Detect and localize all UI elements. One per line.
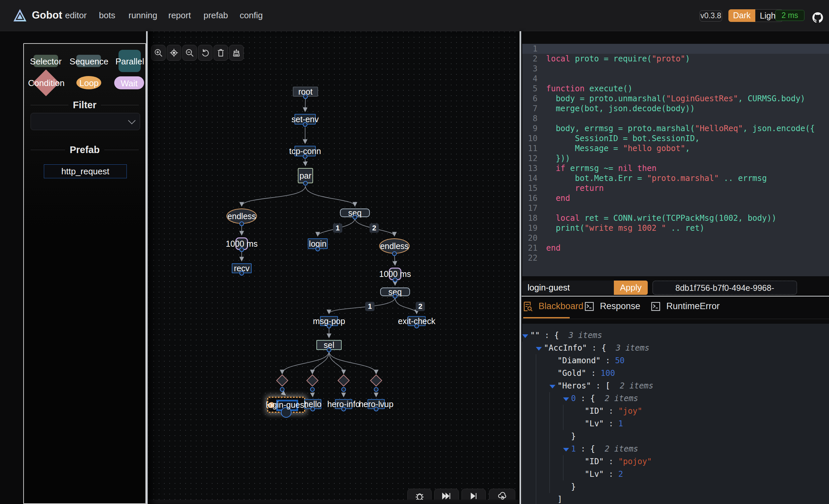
tree-node-login-guest-selected[interactable]: login-guest	[267, 397, 305, 413]
palette-selector[interactable]	[34, 55, 58, 67]
node-port[interactable]	[303, 181, 308, 186]
tree-edges	[148, 31, 519, 504]
node-port[interactable]	[341, 407, 346, 411]
node-port[interactable]	[374, 387, 379, 392]
tree-node-recv[interactable]: recv	[232, 263, 252, 273]
collapse-caret-icon[interactable]	[549, 385, 555, 389]
nav-item-config[interactable]: config	[240, 10, 263, 21]
tree-node-par[interactable]: par	[298, 168, 313, 183]
theme-toggle: Dark Light	[728, 9, 783, 22]
node-port[interactable]	[303, 94, 308, 99]
tab-blackboard[interactable]: Blackboard	[523, 301, 583, 312]
node-port[interactable]	[315, 247, 320, 251]
line-number: 6	[522, 94, 538, 104]
reset-rotate-button[interactable]	[198, 45, 213, 61]
node-port[interactable]	[392, 251, 397, 256]
tree-node-condition-2[interactable]	[307, 374, 319, 387]
nav-item-editor[interactable]: editor	[65, 10, 87, 21]
behavior-tree-canvas[interactable]: 1 2 1 2 root set-env tcp-conn par endles…	[148, 31, 519, 504]
node-port[interactable]	[303, 154, 308, 159]
collapse-caret-icon[interactable]	[563, 448, 569, 452]
right-splitter[interactable]	[519, 31, 521, 504]
github-icon[interactable]	[813, 12, 823, 23]
collapse-caret-icon[interactable]	[536, 347, 542, 351]
tree-node-condition-1[interactable]	[276, 374, 289, 387]
node-port[interactable]	[239, 271, 244, 276]
apply-button[interactable]: Apply	[614, 281, 648, 295]
node-port[interactable]	[393, 278, 397, 282]
tree-node-hero-info[interactable]: hero-info	[335, 399, 352, 409]
json-tree-row: 0 : { 2 items	[522, 392, 829, 405]
tree-node-sel[interactable]: sel	[316, 340, 341, 350]
canvas-horizontal-scrollbar[interactable]	[148, 500, 519, 504]
zoom-in-button[interactable]	[151, 45, 166, 61]
node-palette-panel: Selector Sequence Parallel Condition Loo…	[23, 43, 146, 504]
center-locate-button[interactable]	[167, 45, 181, 61]
node-port[interactable]	[341, 387, 346, 392]
palette-condition[interactable]	[33, 69, 60, 96]
tab-response[interactable]: Response	[585, 301, 641, 312]
code-line: 1	[522, 44, 829, 54]
tree-node-hello[interactable]: hello	[304, 399, 321, 409]
tree-node-seq-2[interactable]: seq	[380, 288, 410, 296]
node-port[interactable]	[327, 324, 331, 328]
node-port[interactable]	[393, 294, 397, 298]
palette-parallel[interactable]	[118, 50, 141, 72]
tree-node-wait-2[interactable]: 1000 ms	[389, 267, 401, 280]
tree-node-hero-lvup[interactable]: hero-lvup	[367, 399, 385, 409]
lua-code-editor[interactable]: 12local proto = require("proto")345funct…	[522, 44, 829, 276]
prefab-item-http-request[interactable]: http_request	[44, 164, 127, 178]
nav-item-running[interactable]: running	[129, 10, 157, 21]
line-number: 4	[522, 74, 538, 84]
tree-node-tcp-conn[interactable]: tcp-conn	[294, 146, 316, 156]
zoom-out-button[interactable]	[182, 45, 197, 61]
nav-item-report[interactable]: report	[168, 10, 191, 21]
line-number: 2	[522, 54, 538, 64]
json-tree-row: ]	[522, 493, 829, 504]
line-number: 9	[522, 123, 538, 134]
tree-node-condition-3[interactable]	[338, 374, 350, 387]
palette-loop[interactable]	[76, 76, 101, 89]
node-port[interactable]	[311, 407, 315, 411]
line-number: 12	[522, 153, 538, 164]
palette-wait[interactable]	[114, 76, 144, 89]
node-port[interactable]	[374, 407, 379, 411]
left-splitter[interactable]	[146, 31, 148, 504]
nav-item-prefab[interactable]: prefab	[204, 10, 228, 21]
node-port[interactable]	[239, 221, 244, 226]
tree-node-wait-1[interactable]: 1000 ms	[236, 238, 248, 250]
code-line: 5function execute()	[522, 84, 829, 94]
tree-node-login[interactable]: login	[308, 239, 328, 249]
json-tree-row: "Lv" : 1	[522, 417, 829, 430]
collapse-caret-icon[interactable]	[522, 334, 528, 338]
tree-node-endless-1[interactable]: endless	[226, 209, 257, 224]
version-badge: v0.3.8	[699, 10, 722, 22]
tree-node-seq-1[interactable]: seq	[340, 209, 370, 217]
nav-item-bots[interactable]: bots	[99, 10, 115, 21]
node-name-input[interactable]	[522, 281, 614, 295]
tab-runtime-error[interactable]: RuntimeError	[651, 301, 720, 312]
delete-button[interactable]	[214, 45, 228, 61]
tree-node-root[interactable]: root	[293, 87, 318, 97]
tree-node-exit-check[interactable]: exit-check	[408, 316, 426, 326]
filter-select[interactable]	[31, 113, 140, 130]
node-port[interactable]	[310, 387, 315, 392]
node-port[interactable]	[239, 247, 244, 252]
tree-node-msg-pop[interactable]: msg-pop	[320, 316, 338, 326]
code-line: 14 bot.Meta.Err = "proto.marshal" .. err…	[522, 173, 829, 183]
tree-node-condition-4[interactable]	[370, 374, 383, 387]
tree-node-set-env[interactable]: set-env	[294, 114, 316, 124]
node-port[interactable]	[303, 122, 308, 127]
palette-sequence[interactable]	[76, 55, 101, 67]
code-line: 8	[522, 113, 829, 123]
line-number: 19	[522, 223, 538, 233]
node-port[interactable]	[414, 324, 419, 328]
line-number: 11	[522, 143, 538, 153]
node-port[interactable]	[353, 215, 357, 219]
collapse-caret-icon[interactable]	[563, 397, 569, 401]
tree-node-endless-2[interactable]: endless	[379, 239, 410, 254]
node-port[interactable]	[280, 387, 285, 392]
theme-dark-button[interactable]: Dark	[728, 9, 755, 22]
clear-canvas-button[interactable]	[229, 45, 244, 61]
node-port[interactable]	[327, 348, 331, 352]
